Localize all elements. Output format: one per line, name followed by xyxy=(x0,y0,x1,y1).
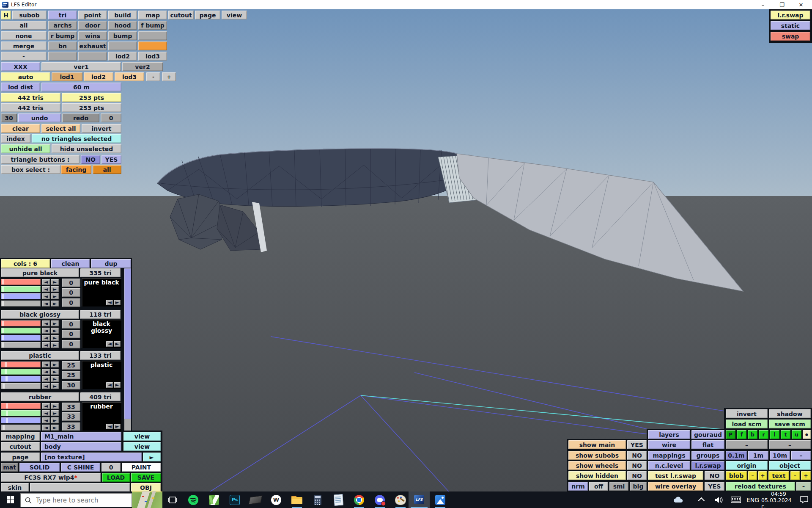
btn-exhaust[interactable]: exhaust xyxy=(78,41,107,50)
btn-all[interactable]: all xyxy=(1,21,47,30)
show-wheels-label[interactable]: show wheels xyxy=(568,461,626,470)
arrow-left-icon[interactable]: ◄ xyxy=(42,362,50,367)
grid-10m-button[interactable]: 10m xyxy=(770,451,790,460)
task-view-button[interactable] xyxy=(162,491,183,508)
save-button[interactable]: SAVE xyxy=(131,473,161,482)
tab-h[interactable]: H xyxy=(1,11,11,19)
mat-zero[interactable]: 0 xyxy=(102,463,121,472)
arrow-left-icon[interactable]: ◄ xyxy=(42,328,50,334)
minimize-button[interactable]: – xyxy=(755,0,771,9)
clean-button[interactable]: clean xyxy=(51,259,90,268)
redo-button[interactable]: redo xyxy=(62,113,99,122)
invert-selection-button[interactable]: invert xyxy=(82,124,121,133)
slider-red[interactable] xyxy=(1,362,41,367)
layers-button[interactable]: layers xyxy=(648,430,690,439)
arrow-right-icon[interactable]: ► xyxy=(114,424,121,429)
btn-archs[interactable]: archs xyxy=(48,21,77,30)
arrow-right-icon[interactable]: ► xyxy=(51,328,59,334)
arrow-right-icon[interactable]: ► xyxy=(51,403,59,409)
taskbar-photoshop[interactable]: Ps xyxy=(225,491,245,508)
page-label[interactable]: page xyxy=(1,453,40,461)
layer-f-button[interactable]: f xyxy=(737,430,746,439)
slider-green[interactable] xyxy=(1,286,41,292)
load-scm-button[interactable]: load scm xyxy=(726,420,768,428)
layer-l-button[interactable]: l xyxy=(770,430,779,439)
layer-t-button[interactable]: t xyxy=(781,430,790,439)
taskbar-app-w[interactable]: W xyxy=(266,491,286,508)
flat-button[interactable]: flat xyxy=(691,440,724,449)
arrow-right-icon[interactable]: ► xyxy=(51,279,59,285)
slider-blue[interactable] xyxy=(1,417,41,423)
btn-lod2-top[interactable]: lod2 xyxy=(108,52,137,61)
btn-r-bump[interactable]: r bump xyxy=(48,31,77,40)
slider-extra[interactable] xyxy=(1,383,41,389)
btn-empty-1[interactable] xyxy=(138,31,167,40)
undo-button[interactable]: undo xyxy=(18,113,61,122)
arrow-right-icon[interactable]: ► xyxy=(51,286,59,292)
taskbar-photos[interactable] xyxy=(430,491,450,508)
arrow-right-icon[interactable]: ► xyxy=(51,376,59,382)
slider-red[interactable] xyxy=(1,403,41,409)
btn-none[interactable]: none xyxy=(1,31,47,40)
clear-button[interactable]: clear xyxy=(1,124,40,133)
save-scm-button[interactable]: save scm xyxy=(769,420,811,428)
arrow-left-icon[interactable]: ◄ xyxy=(42,301,50,306)
mapping-view-button[interactable]: view xyxy=(123,432,161,441)
arrow-right-icon[interactable]: ► xyxy=(114,300,121,305)
arrow-left-icon[interactable]: ◄ xyxy=(42,369,50,375)
text-plus-button[interactable]: + xyxy=(801,471,811,480)
btn-empty-orange[interactable] xyxy=(138,41,167,50)
test-lr-swap-button[interactable]: test l.r.swap xyxy=(648,471,703,480)
tray-hidden-icons[interactable] xyxy=(696,491,708,508)
taskbar-app-green[interactable] xyxy=(204,491,224,508)
close-button[interactable]: ✕ xyxy=(793,0,809,9)
arrow-left-icon[interactable]: ◄ xyxy=(106,424,113,429)
reload-textures-button[interactable]: reload textures xyxy=(726,482,795,491)
blob-minus-button[interactable]: – xyxy=(748,471,757,480)
tray-volume[interactable] xyxy=(712,491,726,508)
show-main-label[interactable]: show main xyxy=(568,440,626,449)
obj-button[interactable]: OBJ xyxy=(131,483,161,492)
tray-language[interactable]: ENG xyxy=(744,491,761,508)
gouraud-button[interactable]: gouraud xyxy=(691,430,724,439)
lr-swap-button[interactable]: l.r.swap xyxy=(771,11,810,19)
slider-green[interactable] xyxy=(1,410,41,416)
btn-lod1[interactable]: lod1 xyxy=(52,72,82,81)
news-widget[interactable] xyxy=(132,491,162,508)
tab-page[interactable]: page xyxy=(195,11,220,19)
btn-empty-4[interactable] xyxy=(78,52,107,61)
slider-blue[interactable] xyxy=(1,293,41,299)
tray-touch-keyboard[interactable] xyxy=(728,491,743,508)
arrow-left-icon[interactable]: ◄ xyxy=(42,279,50,285)
wire-button[interactable]: wire xyxy=(648,440,690,449)
btn-lod3-top[interactable]: lod3 xyxy=(138,52,167,61)
arrow-left-icon[interactable]: ◄ xyxy=(42,286,50,292)
cutout-view-button[interactable]: view xyxy=(123,442,161,451)
arrow-left-icon[interactable]: ◄ xyxy=(42,320,50,326)
grid-01m-button[interactable]: 0.1m xyxy=(726,451,747,460)
btn-auto[interactable]: auto xyxy=(1,72,50,81)
arrow-right-icon[interactable]: ► xyxy=(51,410,59,416)
taskbar-paint[interactable] xyxy=(390,491,411,508)
color-swatch[interactable]: pure black ◄ ► xyxy=(82,278,121,306)
slider-extra[interactable] xyxy=(1,425,41,431)
arrow-left-icon[interactable]: ◄ xyxy=(42,335,50,341)
cutout-value[interactable]: body xyxy=(41,442,121,451)
btn-ver1[interactable]: ver1 xyxy=(41,62,121,71)
nrm-button[interactable]: nrm xyxy=(568,482,588,491)
mat-solid-button[interactable]: SOLID xyxy=(19,463,60,472)
tab-tri[interactable]: tri xyxy=(48,11,77,19)
btn-hood[interactable]: hood xyxy=(108,21,137,30)
taskbar-lfs-active[interactable]: LFS xyxy=(409,491,430,508)
search-input[interactable] xyxy=(35,496,121,505)
groups-button[interactable]: groups xyxy=(691,451,724,460)
blob-button[interactable]: blob xyxy=(726,471,747,480)
nrm-big-button[interactable]: big xyxy=(630,482,647,491)
triangle-buttons-no[interactable]: NO xyxy=(81,155,100,164)
nrm-off-button[interactable]: off xyxy=(589,482,608,491)
arrow-right-icon[interactable]: ► xyxy=(51,293,59,299)
color-swatch[interactable]: rubber ◄ ► xyxy=(82,402,121,431)
box-select-all[interactable]: all xyxy=(93,165,121,174)
btn-lod2[interactable]: lod2 xyxy=(84,72,113,81)
dup-button[interactable]: dup xyxy=(91,259,131,268)
